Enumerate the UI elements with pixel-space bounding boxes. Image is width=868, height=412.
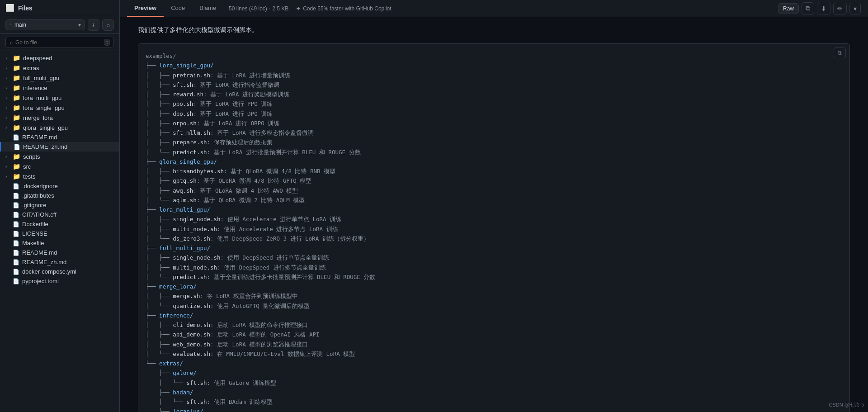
code-line: │ ├── dpo.sh: 基于 LoRA 进行 DPO 训练 bbox=[146, 109, 842, 118]
tree-item-lora-multi-gpu[interactable]: › 📁 lora_multi_gpu bbox=[0, 93, 119, 103]
file-icon: 📄 bbox=[13, 250, 19, 256]
tree-item-dockerfile[interactable]: › 📄 Dockerfile bbox=[0, 219, 119, 229]
item-name: README_zh.md bbox=[22, 259, 66, 265]
copilot-icon: ✦ bbox=[296, 5, 301, 12]
tree-item-full-multi-gpu[interactable]: › 📁 full_multi_gpu bbox=[0, 73, 119, 83]
code-line: │ └── quantize.sh: 使用 AutoGPTQ 量化微调后的模型 bbox=[146, 301, 842, 311]
copy-code-button[interactable]: ⧉ bbox=[834, 47, 846, 58]
search-icon: ⌕ bbox=[9, 39, 13, 46]
chevron-right-icon: › bbox=[5, 56, 10, 61]
code-line: │ ├── web_demo.sh: 启动 LoRA 模型的浏览器推理接口 bbox=[146, 340, 842, 349]
item-name: lora_multi_gpu bbox=[23, 95, 61, 101]
file-icon: 📄 bbox=[13, 134, 19, 141]
tree-item-readme-zh-md-2[interactable]: › 📄 README_zh.md bbox=[0, 257, 119, 267]
file-icon: 📄 bbox=[13, 202, 19, 208]
tree-item-readme-md[interactable]: › 📄 README.md bbox=[0, 133, 119, 142]
sidebar-header: ⬜ Files bbox=[0, 0, 119, 16]
code-content: examples/ ├── lora_single_gpu/ │ ├── pre… bbox=[146, 51, 842, 412]
tree-item-readme-zh-md[interactable]: › 📄 README_zh.md bbox=[0, 142, 119, 152]
copy-button[interactable]: ⧉ bbox=[802, 2, 814, 14]
item-name: deepspeed bbox=[23, 55, 52, 62]
code-line: │ ├── ppo.sh: 基于 LoRA 进行 PPO 训练 bbox=[146, 99, 842, 109]
download-button[interactable]: ⬇ bbox=[817, 3, 830, 14]
tree-item-makefile[interactable]: › 📄 Makefile bbox=[0, 238, 119, 248]
tab-preview[interactable]: Preview bbox=[127, 0, 164, 17]
code-line: │ └── sft.sh: 使用 GaLore 训练模型 bbox=[146, 378, 842, 388]
code-line: │ ├── single_node.sh: 使用 DeepSpeed 进行单节点… bbox=[146, 253, 842, 262]
item-name: tests bbox=[23, 173, 35, 180]
folder-icon: 📁 bbox=[13, 94, 20, 101]
chevron-right-icon: › bbox=[5, 66, 10, 71]
copilot-badge[interactable]: ✦ Code 55% faster with GitHub Copilot bbox=[296, 5, 391, 12]
file-icon: 📄 bbox=[13, 212, 19, 218]
branch-icon: ⑂ bbox=[9, 22, 13, 28]
chevron-right-icon: › bbox=[5, 125, 10, 130]
more-button[interactable]: ▾ bbox=[849, 3, 861, 14]
item-name: extras bbox=[23, 65, 39, 71]
code-line: │ ├── single_node.sh: 使用 Accelerate 进行单节… bbox=[146, 214, 842, 224]
chevron-right-icon: › bbox=[5, 164, 10, 169]
tree-item-gitignore[interactable]: › 📄 .gitignore bbox=[0, 200, 119, 210]
file-content: 我们提供了多样化的大模型微调示例脚本。 ⧉ examples/ ├── lora… bbox=[120, 17, 868, 412]
tree-item-readme-md-2[interactable]: › 📄 README.md bbox=[0, 248, 119, 257]
code-line: ├── lora_multi_gpu/ bbox=[146, 205, 842, 214]
code-line: │ ├── merge.sh: 将 LoRA 权重合并到预训练模型中 bbox=[146, 291, 842, 301]
item-name: src bbox=[23, 163, 31, 170]
item-name: inference bbox=[23, 85, 47, 91]
tree-item-tests[interactable]: › 📁 tests bbox=[0, 171, 119, 181]
tree-item-lora-single-gpu[interactable]: › 📁 lora_single_gpu bbox=[0, 103, 119, 113]
branch-name: main bbox=[14, 22, 26, 28]
tree-item-pyproject[interactable]: › 📄 pyproject.toml bbox=[0, 276, 119, 286]
tree-item-gitattributes[interactable]: › 📄 .gitattributes bbox=[0, 191, 119, 200]
main-content: Preview Code Blame 50 lines (49 loc) · 2… bbox=[120, 0, 868, 412]
raw-button[interactable]: Raw bbox=[778, 3, 799, 14]
tree-item-merge-lora[interactable]: › 📁 merge_lora bbox=[0, 113, 119, 123]
code-line: │ ├── bitsandbytes.sh: 基于 QLoRA 微调 4/8 比… bbox=[146, 166, 842, 176]
tree-item-qlora-single-gpu[interactable]: › 📁 qlora_single_gpu bbox=[0, 123, 119, 133]
folder-icon: 📁 bbox=[13, 173, 20, 180]
edit-button[interactable]: ✏ bbox=[833, 3, 847, 14]
folder-icon: 📁 bbox=[13, 64, 20, 71]
folder-icon: 📁 bbox=[13, 84, 20, 91]
tab-blame[interactable]: Blame bbox=[192, 0, 223, 17]
code-line: │ ├── awq.sh: 基于 QLoRA 微调 4 比特 AWQ 模型 bbox=[146, 186, 842, 195]
code-line: │ ├── orpo.sh: 基于 LoRA 进行 ORPO 训练 bbox=[146, 118, 842, 128]
file-icon: 📄 bbox=[13, 278, 19, 284]
code-block: ⧉ examples/ ├── lora_single_gpu/ │ ├── p… bbox=[138, 43, 850, 412]
file-size: 2.5 KB bbox=[272, 5, 288, 12]
tree-item-license[interactable]: › 📄 LICENSE bbox=[0, 229, 119, 238]
item-name: lora_single_gpu bbox=[23, 104, 65, 111]
file-icon: 📄 bbox=[14, 144, 20, 150]
tree-item-extras[interactable]: › 📁 extras bbox=[0, 63, 119, 73]
tree-item-citation[interactable]: › 📄 CITATION.cff bbox=[0, 210, 119, 219]
item-name: Dockerfile bbox=[22, 221, 48, 227]
branch-button[interactable]: ⑂ main ▾ bbox=[5, 19, 85, 30]
tree-item-dockerignore[interactable]: › 📄 .dockerignore bbox=[0, 181, 119, 191]
code-line: │ ├── sft_mllm.sh: 基于 LoRA 进行多模态指令监督微调 bbox=[146, 128, 842, 137]
tab-code[interactable]: Code bbox=[164, 0, 192, 17]
search-input[interactable] bbox=[15, 39, 101, 46]
tree-item-inference[interactable]: › 📁 inference bbox=[0, 83, 119, 93]
tree-item-deepspeed[interactable]: › 📁 deepspeed bbox=[0, 53, 119, 63]
folder-icon: 📁 bbox=[13, 114, 20, 121]
search-bar: ⌕ t bbox=[0, 34, 119, 51]
code-line: │ ├── cli_demo.sh: 启动 LoRA 模型的命令行推理接口 bbox=[146, 320, 842, 330]
code-line: └── extras/ bbox=[146, 359, 842, 368]
item-name: docker-compose.yml bbox=[22, 268, 76, 275]
add-branch-button[interactable]: + bbox=[88, 19, 99, 31]
chevron-right-icon: › bbox=[5, 174, 10, 179]
code-line: │ ├── multi_node.sh: 使用 DeepSpeed 进行多节点全… bbox=[146, 263, 842, 272]
item-name: .gitignore bbox=[22, 202, 46, 208]
item-name: README_zh.md bbox=[23, 143, 67, 150]
item-name: full_multi_gpu bbox=[23, 75, 59, 81]
search-input-wrap: ⌕ t bbox=[5, 37, 114, 48]
code-line: ├── inference/ bbox=[146, 311, 842, 320]
code-line: │ └── evaluate.sh: 在 MMLU/CMMLU/C-Eval 数… bbox=[146, 349, 842, 359]
folder-icon: 📁 bbox=[13, 104, 20, 111]
search-files-button[interactable]: ⌕ bbox=[102, 19, 114, 31]
tree-item-src[interactable]: › 📁 src bbox=[0, 161, 119, 171]
folder-icon: 📁 bbox=[13, 153, 20, 160]
chevron-right-icon: › bbox=[5, 115, 10, 120]
tree-item-scripts[interactable]: › 📁 scripts bbox=[0, 152, 119, 161]
tree-item-docker-compose[interactable]: › 📄 docker-compose.yml bbox=[0, 267, 119, 276]
